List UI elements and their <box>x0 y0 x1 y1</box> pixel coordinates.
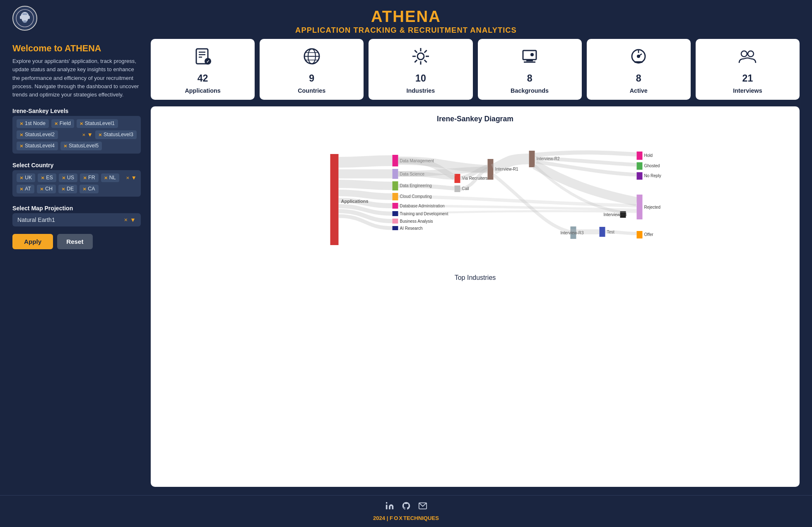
country-label: Select Country <box>12 162 141 168</box>
svg-rect-74 <box>637 172 643 180</box>
stat-active: 8 Active <box>587 39 691 100</box>
svg-rect-50 <box>393 193 398 200</box>
tag-nl[interactable]: × NL <box>101 173 119 182</box>
page-header: ATHENA APPLICATION TRACKING & RECRUITMEN… <box>0 0 812 39</box>
apply-button[interactable]: Apply <box>12 234 53 249</box>
svg-point-18 <box>417 53 424 60</box>
industries-label: Industries <box>407 87 435 94</box>
tag-statuslevel3[interactable]: × StatusLevel3 <box>95 130 137 139</box>
applications-icon: ✓ <box>193 46 213 70</box>
footer-text: 2024 | FOX TECHNIQUES <box>373 515 439 521</box>
welcome-brand: ATHENA <box>65 43 101 53</box>
svg-rect-76 <box>637 195 643 219</box>
tag-de[interactable]: × DE <box>58 185 77 193</box>
stat-countries: 9 Countries <box>260 39 364 100</box>
tag-uk[interactable]: × UK <box>17 173 35 182</box>
reset-button[interactable]: Reset <box>57 234 92 249</box>
svg-rect-54 <box>393 211 398 216</box>
tag-field[interactable]: × Field <box>51 119 74 128</box>
chart-title: Irene-Sankey Diagram <box>163 115 787 123</box>
svg-rect-52 <box>393 203 398 209</box>
github-icon[interactable] <box>402 501 411 513</box>
tag-ca[interactable]: × CA <box>80 185 98 193</box>
sankey-diagram: Applications Data Management Data Scienc… <box>163 129 787 270</box>
tag-statuslevel1[interactable]: × StatusLevel1 <box>77 119 118 128</box>
svg-text:Interview-R4: Interview-R4 <box>604 212 627 217</box>
svg-line-25 <box>424 50 427 53</box>
interviews-icon <box>737 46 757 70</box>
sankey-tag-box[interactable]: × 1st Node × Field × StatusLevel1 × Stat… <box>12 116 141 154</box>
country-section: Select Country × UK × ES × US × FR × NL … <box>12 159 141 197</box>
tag-statuslevel4[interactable]: × StatusLevel4 <box>17 142 58 150</box>
backgrounds-label: Backgrounds <box>511 87 549 94</box>
active-icon <box>629 46 648 70</box>
tag-statuslevel5[interactable]: × StatusLevel5 <box>60 142 102 150</box>
svg-text:Rejected: Rejected <box>644 205 660 209</box>
tag-ch[interactable]: × CH <box>37 185 56 193</box>
backgrounds-value: 8 <box>527 73 532 84</box>
svg-rect-35 <box>634 61 643 63</box>
tag-1st-node[interactable]: × 1st Node <box>17 119 49 128</box>
stats-row: ✓ 42 Applications 9 Countries 10 Industr… <box>151 39 800 100</box>
sankey-levels-label: Irene-Sankey Levels <box>12 108 141 114</box>
email-icon[interactable] <box>418 501 427 513</box>
footer-social-icons <box>385 501 427 513</box>
clear-projection-icon[interactable]: × <box>124 217 128 223</box>
tag-fr[interactable]: × FR <box>80 173 99 182</box>
tag-us[interactable]: × US <box>59 173 77 182</box>
drop-projection-icon[interactable]: ▼ <box>130 217 136 223</box>
welcome-section: Welcome to ATHENA Explore your applicant… <box>12 43 141 99</box>
countries-icon <box>302 46 322 70</box>
tag-box-dropdown[interactable]: × ▼ <box>82 132 93 138</box>
svg-text:✓: ✓ <box>206 59 210 64</box>
applications-value: 42 <box>198 73 208 84</box>
app-subtitle: APPLICATION TRACKING & RECRUITMENT ANALY… <box>8 26 804 35</box>
svg-rect-46 <box>393 181 398 190</box>
interviews-value: 21 <box>742 73 753 84</box>
projection-select[interactable]: Natural Earth1 × ▼ <box>12 213 141 226</box>
svg-text:Hold: Hold <box>644 153 653 158</box>
sankey-levels-section: Irene-Sankey Levels × 1st Node × Field ×… <box>12 105 141 154</box>
linkedin-icon[interactable] <box>385 501 394 513</box>
stat-backgrounds: 8 Backgrounds <box>478 39 582 100</box>
svg-rect-38 <box>330 154 339 245</box>
country-dropdown[interactable]: × ▼ <box>126 175 137 181</box>
tag-at[interactable]: × AT <box>17 185 34 193</box>
svg-text:AI Research: AI Research <box>400 226 423 231</box>
stat-applications: ✓ 42 Applications <box>151 39 255 100</box>
welcome-text: Explore your applicants' application, tr… <box>12 57 141 99</box>
svg-rect-48 <box>455 185 460 192</box>
footer: 2024 | FOX TECHNIQUES <box>0 495 812 527</box>
svg-text:Ghosted: Ghosted <box>644 164 660 168</box>
tag-es[interactable]: × ES <box>38 173 56 182</box>
svg-rect-70 <box>637 152 643 160</box>
country-tag-box[interactable]: × UK × ES × US × FR × NL × ▼ × AT × CH ×… <box>12 170 141 197</box>
right-panel: ✓ 42 Applications 9 Countries 10 Industr… <box>151 39 800 487</box>
stat-interviews: 21 Interviews <box>696 39 800 100</box>
svg-rect-3 <box>22 13 27 15</box>
svg-point-36 <box>741 51 747 57</box>
footer-brand: FOX TECHNIQUES <box>390 515 439 521</box>
svg-rect-60 <box>488 159 494 180</box>
sidebar: Welcome to ATHENA Explore your applicant… <box>12 39 141 487</box>
svg-text:Offer: Offer <box>644 232 654 237</box>
svg-rect-78 <box>637 231 643 238</box>
svg-rect-6 <box>28 16 30 19</box>
svg-rect-40 <box>393 155 398 166</box>
countries-value: 9 <box>309 73 314 84</box>
logo <box>12 6 37 31</box>
interviews-label: Interviews <box>733 87 762 94</box>
app-title: ATHENA <box>8 7 804 26</box>
svg-line-23 <box>414 50 417 53</box>
svg-text:Business Analysis: Business Analysis <box>400 219 433 224</box>
svg-point-37 <box>748 51 754 57</box>
main-layout: Welcome to ATHENA Explore your applicant… <box>0 39 812 495</box>
svg-line-26 <box>414 60 417 63</box>
industries-value: 10 <box>415 73 426 84</box>
svg-rect-58 <box>393 226 398 230</box>
tag-statuslevel2[interactable]: × StatusLevel2 <box>17 130 58 139</box>
active-label: Active <box>630 87 648 94</box>
industries-label: Top Industries <box>163 274 787 282</box>
projection-section: Select Map Projection Natural Earth1 × ▼ <box>12 202 141 226</box>
svg-rect-42 <box>393 169 398 179</box>
